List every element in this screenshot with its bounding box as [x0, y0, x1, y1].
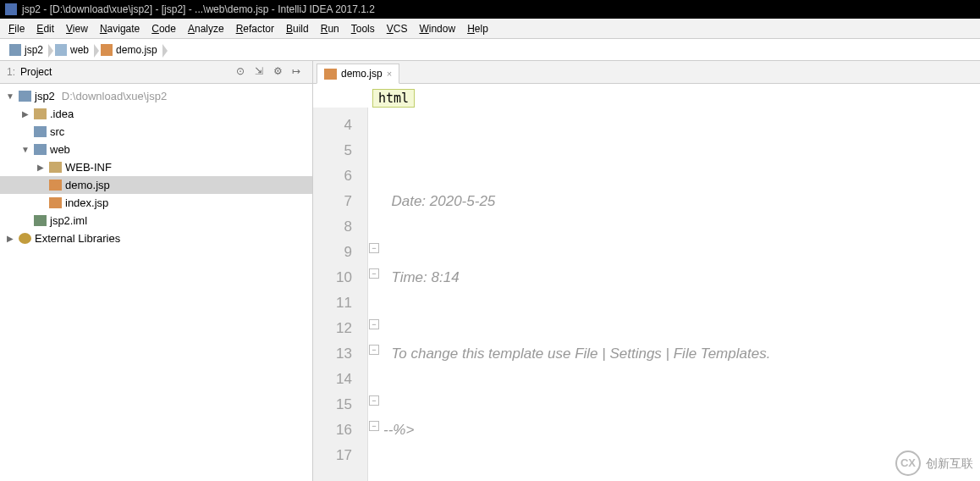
node-label: src: [50, 125, 64, 138]
node-icon: [19, 233, 31, 244]
node-icon: [19, 91, 31, 102]
expand-arrow-icon[interactable]: ▼: [5, 91, 15, 101]
line-number: 11: [313, 290, 352, 316]
editor-tab[interactable]: demo.jsp ×: [317, 64, 399, 84]
node-label: External Libraries: [35, 232, 120, 245]
menu-item[interactable]: Code: [146, 21, 181, 36]
expand-arrow-icon[interactable]: [20, 127, 30, 136]
fold-marker[interactable]: −: [369, 243, 379, 253]
toolwindow-header[interactable]: 1: Project ⊙ ⇲ ⚙ ↦: [0, 61, 312, 84]
code-content[interactable]: Date: 2020-5-25 Time: 8:14 To change thi…: [382, 108, 980, 481]
hide-icon[interactable]: ↦: [292, 65, 306, 79]
tree-row[interactable]: jsp2.iml: [0, 212, 312, 229]
line-number: 17: [313, 443, 352, 468]
folder-icon: [9, 44, 21, 56]
line-number: 12: [313, 316, 352, 341]
node-label: jsp2.iml: [50, 214, 87, 227]
window-title: jsp2 - [D:\download\xue\jsp2] - [jsp2] -…: [22, 3, 375, 15]
context-crumb-row: html: [313, 84, 980, 108]
line-number: 8: [313, 214, 352, 240]
node-label: index.jsp: [65, 196, 108, 209]
jsp-icon: [324, 69, 337, 80]
folder-icon: [101, 44, 113, 56]
code-text: --%>: [383, 422, 414, 438]
menu-item[interactable]: Run: [316, 21, 344, 36]
fold-marker[interactable]: −: [369, 319, 379, 329]
line-number: 15: [313, 392, 352, 417]
tab-label: demo.jsp: [341, 68, 383, 80]
line-number: 10: [313, 265, 352, 290]
menu-item[interactable]: Build: [281, 21, 314, 36]
project-tree[interactable]: ▼jsp2D:\download\xue\jsp2▶.idea src▼web▶…: [0, 84, 312, 251]
editor-area: demo.jsp × html 4567891011121314151617 −…: [313, 61, 980, 481]
breadcrumb-item[interactable]: demo.jsp: [96, 41, 163, 58]
line-number: 5: [313, 138, 352, 163]
code-area[interactable]: 4567891011121314151617 − − − − − − Date:…: [313, 108, 980, 481]
fold-marker[interactable]: −: [369, 345, 379, 355]
tree-row[interactable]: ▼web: [0, 141, 312, 158]
menu-item[interactable]: Tools: [346, 21, 380, 36]
expand-arrow-icon[interactable]: [36, 198, 46, 207]
context-crumb[interactable]: html: [372, 89, 415, 108]
editor-tabbar: demo.jsp ×: [313, 61, 980, 84]
fold-column: − − − − − −: [368, 108, 382, 481]
expand-arrow-icon[interactable]: [36, 180, 46, 190]
tree-row[interactable]: demo.jsp: [0, 176, 312, 194]
tree-row[interactable]: ▶WEB-INF: [0, 158, 312, 176]
node-icon: [49, 180, 62, 191]
expand-arrow-icon[interactable]: ▶: [20, 109, 30, 119]
fold-marker[interactable]: −: [369, 421, 379, 431]
line-number: 16: [313, 417, 352, 443]
line-number: 6: [313, 163, 352, 189]
menubar: FileEditViewNavigateCodeAnalyzeRefactorB…: [0, 19, 980, 39]
node-icon: [34, 126, 47, 137]
scope-icon[interactable]: ⊙: [236, 65, 250, 79]
expand-arrow-icon[interactable]: ▶: [36, 163, 46, 172]
node-icon: [49, 162, 62, 173]
fold-marker[interactable]: −: [369, 395, 379, 406]
titlebar: jsp2 - [D:\download\xue\jsp2] - [jsp2] -…: [0, 0, 980, 19]
toolwindow-index: 1:: [7, 66, 15, 78]
menu-item[interactable]: View: [61, 21, 93, 36]
menu-item[interactable]: Help: [462, 21, 493, 36]
folder-icon: [55, 44, 67, 56]
toolwindow-title: Project: [20, 66, 52, 78]
gutter: 4567891011121314151617: [313, 108, 368, 481]
gear-icon[interactable]: ⚙: [273, 65, 287, 79]
node-icon: [49, 197, 62, 208]
node-label: jsp2: [35, 90, 55, 102]
menu-item[interactable]: Refactor: [231, 21, 279, 36]
menu-item[interactable]: VCS: [382, 21, 413, 36]
menu-item[interactable]: Edit: [31, 21, 59, 36]
expand-arrow-icon[interactable]: ▶: [5, 234, 15, 243]
watermark-text: 创新互联: [926, 451, 973, 476]
expand-arrow-icon[interactable]: ▼: [20, 145, 30, 154]
tree-row[interactable]: ▶External Libraries: [0, 229, 312, 247]
close-icon[interactable]: ×: [387, 69, 392, 79]
project-toolwindow: 1: Project ⊙ ⇲ ⚙ ↦ ▼jsp2D:\download\xue\…: [0, 61, 313, 481]
line-number: 14: [313, 367, 352, 392]
node-label: WEB-INF: [65, 161, 112, 174]
tree-row[interactable]: ▶.idea: [0, 105, 312, 123]
node-label: demo.jsp: [65, 179, 110, 191]
tree-row[interactable]: src: [0, 123, 312, 141]
menu-item[interactable]: Navigate: [95, 21, 145, 36]
line-number: 13: [313, 341, 352, 367]
line-number: 7: [313, 189, 352, 214]
expand-arrow-icon[interactable]: [20, 216, 30, 225]
menu-item[interactable]: Window: [414, 21, 460, 36]
breadcrumb-bar: jsp2webdemo.jsp: [0, 39, 980, 61]
node-label: .idea: [50, 108, 74, 120]
menu-item[interactable]: Analyze: [183, 21, 229, 36]
tree-row[interactable]: ▼jsp2D:\download\xue\jsp2: [0, 87, 312, 105]
breadcrumb-item[interactable]: web: [51, 41, 95, 58]
line-number: 9: [313, 240, 352, 265]
node-icon: [34, 144, 47, 155]
breadcrumb-item[interactable]: jsp2: [5, 41, 49, 58]
fold-marker[interactable]: −: [369, 268, 379, 279]
menu-item[interactable]: File: [3, 21, 30, 36]
collapse-icon[interactable]: ⇲: [255, 65, 268, 79]
code-text: Time: 8:14: [383, 269, 460, 285]
tree-row[interactable]: index.jsp: [0, 194, 312, 212]
node-icon: [34, 215, 47, 226]
